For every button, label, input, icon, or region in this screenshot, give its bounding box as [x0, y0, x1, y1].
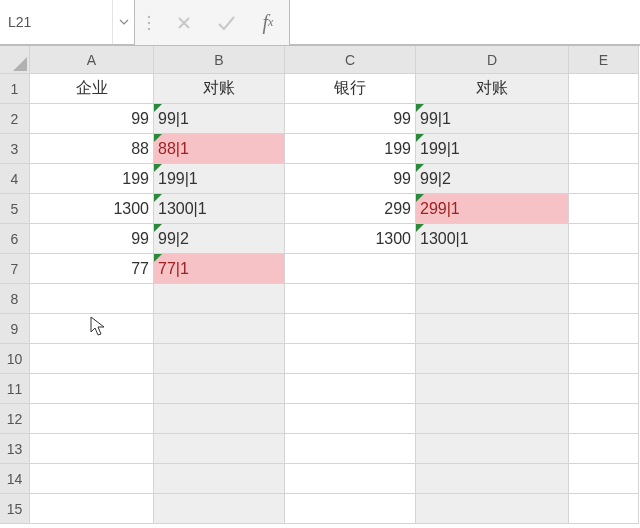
- cell-E15[interactable]: [569, 494, 639, 524]
- cell-A13[interactable]: [30, 434, 154, 464]
- insert-function-icon[interactable]: fx: [247, 0, 289, 45]
- cell-A7[interactable]: 77: [30, 254, 154, 284]
- cell-C10[interactable]: [285, 344, 416, 374]
- cell-D13[interactable]: [416, 434, 569, 464]
- cell-D12[interactable]: [416, 404, 569, 434]
- cell-E10[interactable]: [569, 344, 639, 374]
- cell-D10[interactable]: [416, 344, 569, 374]
- name-box-dropdown[interactable]: [112, 0, 134, 44]
- column-header-D[interactable]: D: [416, 46, 569, 74]
- cell-A10[interactable]: [30, 344, 154, 374]
- cell-B13[interactable]: [154, 434, 285, 464]
- cell-C3[interactable]: 199: [285, 134, 416, 164]
- row-header-11[interactable]: 11: [0, 374, 30, 404]
- cell-C11[interactable]: [285, 374, 416, 404]
- row-header-8[interactable]: 8: [0, 284, 30, 314]
- cell-E3[interactable]: [569, 134, 639, 164]
- formula-input[interactable]: [289, 0, 640, 45]
- cell-C8[interactable]: [285, 284, 416, 314]
- cell-C5[interactable]: 299: [285, 194, 416, 224]
- cell-B11[interactable]: [154, 374, 285, 404]
- cell-B14[interactable]: [154, 464, 285, 494]
- cell-D9[interactable]: [416, 314, 569, 344]
- row-header-1[interactable]: 1: [0, 74, 30, 104]
- cell-D7[interactable]: [416, 254, 569, 284]
- cell-A1[interactable]: 企业: [30, 74, 154, 104]
- cell-A5[interactable]: 1300: [30, 194, 154, 224]
- row-header-5[interactable]: 5: [0, 194, 30, 224]
- resize-handle-icon[interactable]: [135, 0, 163, 45]
- cell-C12[interactable]: [285, 404, 416, 434]
- cell-D5[interactable]: 299|1: [416, 194, 569, 224]
- cell-E4[interactable]: [569, 164, 639, 194]
- cell-A9[interactable]: [30, 314, 154, 344]
- row-header-13[interactable]: 13: [0, 434, 30, 464]
- cell-D4[interactable]: 99|2: [416, 164, 569, 194]
- cell-B1[interactable]: 对账: [154, 74, 285, 104]
- cell-C15[interactable]: [285, 494, 416, 524]
- cell-D6[interactable]: 1300|1: [416, 224, 569, 254]
- cell-B8[interactable]: [154, 284, 285, 314]
- cell-E5[interactable]: [569, 194, 639, 224]
- cell-A15[interactable]: [30, 494, 154, 524]
- cell-A4[interactable]: 199: [30, 164, 154, 194]
- row-header-14[interactable]: 14: [0, 464, 30, 494]
- cell-A14[interactable]: [30, 464, 154, 494]
- cell-C1[interactable]: 银行: [285, 74, 416, 104]
- cell-E11[interactable]: [569, 374, 639, 404]
- cell-B15[interactable]: [154, 494, 285, 524]
- cell-A3[interactable]: 88: [30, 134, 154, 164]
- select-all-corner[interactable]: [0, 46, 30, 74]
- column-header-A[interactable]: A: [30, 46, 154, 74]
- cell-C2[interactable]: 99: [285, 104, 416, 134]
- row-header-2[interactable]: 2: [0, 104, 30, 134]
- cell-E2[interactable]: [569, 104, 639, 134]
- cancel-icon[interactable]: [163, 0, 205, 45]
- column-header-E[interactable]: E: [569, 46, 639, 74]
- cell-C9[interactable]: [285, 314, 416, 344]
- cell-C14[interactable]: [285, 464, 416, 494]
- cell-D15[interactable]: [416, 494, 569, 524]
- cell-D2[interactable]: 99|1: [416, 104, 569, 134]
- cell-B7[interactable]: 77|1: [154, 254, 285, 284]
- row-header-12[interactable]: 12: [0, 404, 30, 434]
- cell-D1[interactable]: 对账: [416, 74, 569, 104]
- cell-A11[interactable]: [30, 374, 154, 404]
- cell-E14[interactable]: [569, 464, 639, 494]
- cell-B10[interactable]: [154, 344, 285, 374]
- cell-C7[interactable]: [285, 254, 416, 284]
- name-box-value[interactable]: L21: [0, 0, 112, 44]
- row-header-6[interactable]: 6: [0, 224, 30, 254]
- row-header-4[interactable]: 4: [0, 164, 30, 194]
- cell-A6[interactable]: 99: [30, 224, 154, 254]
- cell-E1[interactable]: [569, 74, 639, 104]
- column-header-C[interactable]: C: [285, 46, 416, 74]
- row-header-10[interactable]: 10: [0, 344, 30, 374]
- cell-B6[interactable]: 99|2: [154, 224, 285, 254]
- cell-B12[interactable]: [154, 404, 285, 434]
- cell-C13[interactable]: [285, 434, 416, 464]
- enter-icon[interactable]: [205, 0, 247, 45]
- cell-D11[interactable]: [416, 374, 569, 404]
- row-header-9[interactable]: 9: [0, 314, 30, 344]
- cell-B5[interactable]: 1300|1: [154, 194, 285, 224]
- cell-A8[interactable]: [30, 284, 154, 314]
- row-header-15[interactable]: 15: [0, 494, 30, 524]
- cell-A12[interactable]: [30, 404, 154, 434]
- row-header-7[interactable]: 7: [0, 254, 30, 284]
- cell-E12[interactable]: [569, 404, 639, 434]
- cell-B3[interactable]: 88|1: [154, 134, 285, 164]
- cell-C4[interactable]: 99: [285, 164, 416, 194]
- cell-D3[interactable]: 199|1: [416, 134, 569, 164]
- cell-B9[interactable]: [154, 314, 285, 344]
- cell-E8[interactable]: [569, 284, 639, 314]
- row-header-3[interactable]: 3: [0, 134, 30, 164]
- cell-E6[interactable]: [569, 224, 639, 254]
- cell-E9[interactable]: [569, 314, 639, 344]
- cell-D14[interactable]: [416, 464, 569, 494]
- cell-B2[interactable]: 99|1: [154, 104, 285, 134]
- cell-A2[interactable]: 99: [30, 104, 154, 134]
- cell-D8[interactable]: [416, 284, 569, 314]
- cell-E7[interactable]: [569, 254, 639, 284]
- column-header-B[interactable]: B: [154, 46, 285, 74]
